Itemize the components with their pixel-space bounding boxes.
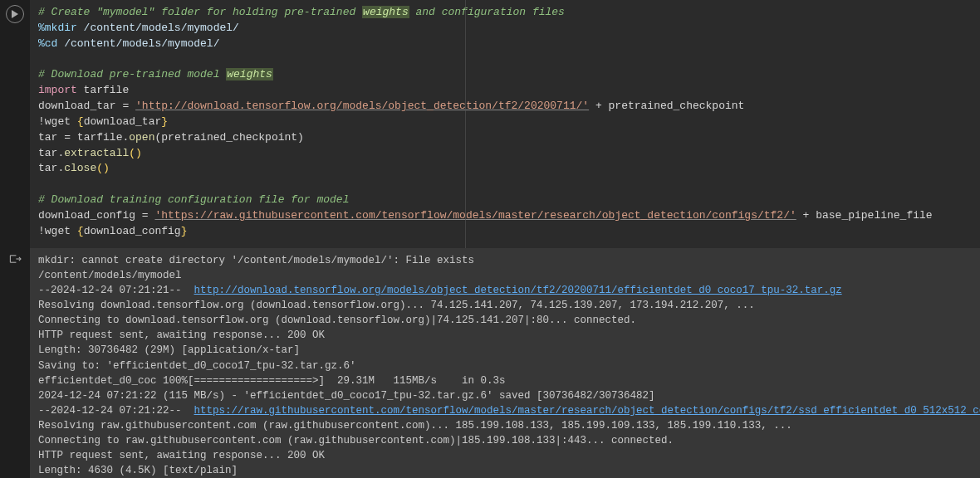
magic-cd: %cd	[38, 37, 57, 50]
string-url: 'http://download.tensorflow.org/models/o…	[135, 100, 589, 112]
code-cell: # Create "mymodel" folder for holding pr…	[0, 0, 980, 248]
cell-output[interactable]: mkdir: cannot create directory '/content…	[30, 248, 980, 478]
output-line: Length: 4630 (4.5K) [text/plain]	[38, 463, 980, 478]
code-comment: # Download pre-trained model weights	[38, 68, 273, 80]
output-link[interactable]: http://download.tensorflow.org/models/ob…	[194, 285, 842, 296]
toggle-output-icon[interactable]	[7, 253, 22, 265]
magic-mkdir: %mkdir	[38, 22, 77, 34]
cell-gutter	[0, 0, 30, 248]
output-line: mkdir: cannot create directory '/content…	[38, 253, 980, 268]
output-line: Resolving download.tensorflow.org (downl…	[38, 298, 980, 313]
output-cell: mkdir: cannot create directory '/content…	[0, 248, 980, 478]
run-cell-button[interactable]	[6, 5, 24, 23]
code-comment: # Create "mymodel" folder for holding pr…	[38, 6, 565, 18]
string-url: 'https://raw.githubusercontent.com/tenso…	[154, 209, 796, 222]
output-line: Resolving raw.githubusercontent.com (raw…	[38, 418, 980, 433]
output-line: HTTP request sent, awaiting response... …	[38, 448, 980, 463]
output-line: HTTP request sent, awaiting response... …	[38, 328, 980, 343]
keyword-import: import	[38, 84, 77, 96]
output-line: efficientdet_d0_coc 100%[===============…	[38, 373, 980, 388]
play-icon	[11, 10, 19, 18]
output-link[interactable]: https://raw.githubusercontent.com/tensor…	[194, 405, 980, 417]
output-line: Saving to: 'efficientdet_d0_coco17_tpu-3…	[38, 358, 980, 373]
output-line: Length: 30736482 (29M) [application/x-ta…	[38, 343, 980, 358]
output-line: Connecting to download.tensorflow.org (d…	[38, 313, 980, 328]
output-line: 2024-12-24 07:21:22 (115 MB/s) - 'effici…	[38, 388, 980, 403]
output-line: Connecting to raw.githubusercontent.com …	[38, 433, 980, 448]
code-editor[interactable]: # Create "mymodel" folder for holding pr…	[30, 0, 980, 248]
code-comment: # Download training configuration file f…	[38, 193, 349, 206]
output-line: /content/models/mymodel	[38, 268, 980, 283]
output-gutter	[0, 248, 30, 478]
